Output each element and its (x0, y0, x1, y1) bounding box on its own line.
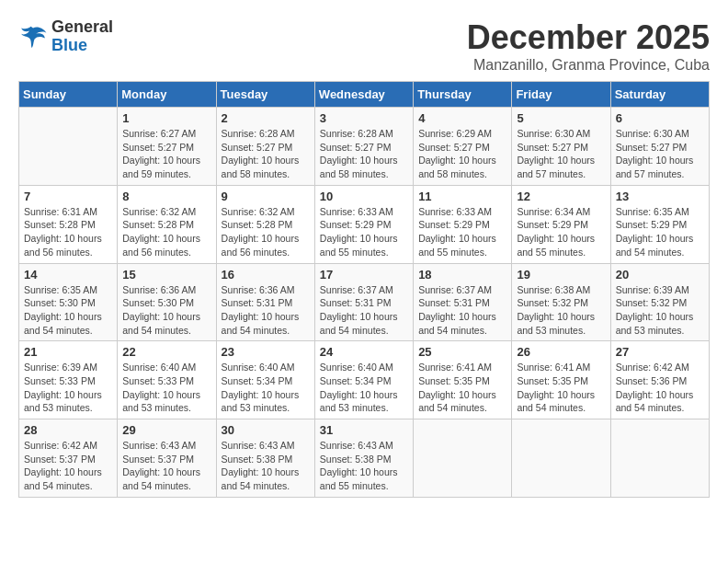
day-number: 2 (222, 111, 310, 125)
column-header-wednesday: Wednesday (314, 82, 413, 108)
calendar-cell: 27Sunrise: 6:42 AM Sunset: 5:36 PM Dayli… (610, 341, 709, 419)
day-info: Sunrise: 6:32 AM Sunset: 5:28 PM Dayligh… (122, 205, 210, 259)
day-number: 29 (122, 423, 210, 437)
day-number: 31 (320, 423, 408, 437)
calendar-cell: 23Sunrise: 6:40 AM Sunset: 5:34 PM Dayli… (216, 341, 314, 419)
day-info: Sunrise: 6:35 AM Sunset: 5:30 PM Dayligh… (24, 283, 112, 338)
day-info: Sunrise: 6:28 AM Sunset: 5:27 PM Dayligh… (320, 127, 408, 181)
column-header-saturday: Saturday (610, 82, 709, 108)
day-number: 10 (320, 190, 408, 203)
column-header-thursday: Thursday (414, 82, 512, 108)
calendar-cell: 14Sunrise: 6:35 AM Sunset: 5:30 PM Dayli… (19, 263, 118, 341)
day-info: Sunrise: 6:30 AM Sunset: 5:27 PM Dayligh… (517, 127, 605, 181)
day-number: 3 (320, 111, 408, 125)
day-number: 7 (24, 190, 112, 203)
day-number: 16 (222, 268, 310, 282)
calendar-cell: 17Sunrise: 6:37 AM Sunset: 5:31 PM Dayli… (314, 263, 413, 341)
day-info: Sunrise: 6:42 AM Sunset: 5:37 PM Dayligh… (24, 439, 112, 493)
column-header-tuesday: Tuesday (216, 82, 314, 108)
day-number: 24 (320, 345, 408, 359)
logo-general: General (51, 17, 113, 36)
day-number: 28 (24, 423, 112, 437)
day-info: Sunrise: 6:43 AM Sunset: 5:38 PM Dayligh… (222, 439, 310, 493)
day-number: 14 (24, 268, 112, 282)
day-info: Sunrise: 6:33 AM Sunset: 5:29 PM Dayligh… (418, 205, 506, 259)
calendar-cell: 21Sunrise: 6:39 AM Sunset: 5:33 PM Dayli… (19, 341, 118, 419)
calendar-header-row: SundayMondayTuesdayWednesdayThursdayFrid… (19, 82, 710, 108)
day-info: Sunrise: 6:41 AM Sunset: 5:35 PM Dayligh… (517, 361, 605, 415)
calendar-cell: 1Sunrise: 6:27 AM Sunset: 5:27 PM Daylig… (118, 108, 216, 186)
day-number: 13 (616, 190, 704, 203)
day-number: 30 (222, 423, 310, 437)
calendar-cell: 22Sunrise: 6:40 AM Sunset: 5:33 PM Dayli… (118, 341, 216, 419)
day-info: Sunrise: 6:39 AM Sunset: 5:33 PM Dayligh… (24, 361, 112, 415)
calendar-table: SundayMondayTuesdayWednesdayThursdayFrid… (18, 81, 710, 498)
day-info: Sunrise: 6:41 AM Sunset: 5:35 PM Dayligh… (418, 361, 506, 415)
calendar-cell: 28Sunrise: 6:42 AM Sunset: 5:37 PM Dayli… (19, 419, 118, 498)
day-number: 18 (418, 268, 506, 282)
day-number: 5 (517, 111, 605, 125)
day-info: Sunrise: 6:37 AM Sunset: 5:31 PM Dayligh… (320, 283, 408, 338)
day-number: 20 (616, 268, 704, 282)
day-number: 8 (122, 190, 210, 203)
day-info: Sunrise: 6:36 AM Sunset: 5:31 PM Dayligh… (222, 283, 310, 338)
calendar-cell: 7Sunrise: 6:31 AM Sunset: 5:28 PM Daylig… (19, 185, 118, 263)
calendar-cell: 15Sunrise: 6:36 AM Sunset: 5:30 PM Dayli… (118, 263, 216, 341)
calendar-cell: 19Sunrise: 6:38 AM Sunset: 5:32 PM Dayli… (512, 263, 610, 341)
column-header-sunday: Sunday (19, 82, 118, 108)
logo-blue-text: Blue (51, 37, 113, 55)
logo-icon (18, 22, 48, 52)
day-info: Sunrise: 6:40 AM Sunset: 5:34 PM Dayligh… (222, 361, 310, 415)
day-number: 17 (320, 268, 408, 282)
calendar-cell: 20Sunrise: 6:39 AM Sunset: 5:32 PM Dayli… (610, 263, 709, 341)
day-info: Sunrise: 6:29 AM Sunset: 5:27 PM Dayligh… (418, 127, 506, 181)
calendar-cell: 13Sunrise: 6:35 AM Sunset: 5:29 PM Dayli… (610, 185, 709, 263)
day-info: Sunrise: 6:35 AM Sunset: 5:29 PM Dayligh… (616, 205, 704, 259)
calendar-cell: 3Sunrise: 6:28 AM Sunset: 5:27 PM Daylig… (314, 108, 413, 186)
day-info: Sunrise: 6:42 AM Sunset: 5:36 PM Dayligh… (616, 361, 704, 415)
day-info: Sunrise: 6:33 AM Sunset: 5:29 PM Dayligh… (320, 205, 408, 259)
day-number: 9 (222, 190, 310, 203)
page-container: General Blue December 2025 Manzanillo, G… (18, 18, 710, 498)
day-number: 11 (418, 190, 506, 203)
calendar-cell (512, 419, 610, 498)
day-info: Sunrise: 6:40 AM Sunset: 5:34 PM Dayligh… (320, 361, 408, 415)
calendar-cell: 30Sunrise: 6:43 AM Sunset: 5:38 PM Dayli… (216, 419, 314, 498)
calendar-week-row: 1Sunrise: 6:27 AM Sunset: 5:27 PM Daylig… (19, 108, 710, 186)
calendar-cell (19, 108, 118, 186)
day-number: 21 (24, 345, 112, 359)
title-block: December 2025 Manzanillo, Granma Provinc… (467, 18, 710, 74)
column-header-friday: Friday (512, 82, 610, 108)
page-header: General Blue December 2025 Manzanillo, G… (18, 18, 710, 74)
logo-text-block: General Blue (51, 18, 113, 55)
day-info: Sunrise: 6:31 AM Sunset: 5:28 PM Dayligh… (24, 205, 112, 259)
day-info: Sunrise: 6:43 AM Sunset: 5:38 PM Dayligh… (320, 439, 408, 493)
day-number: 1 (122, 111, 210, 125)
column-header-monday: Monday (118, 82, 216, 108)
calendar-cell: 10Sunrise: 6:33 AM Sunset: 5:29 PM Dayli… (314, 185, 413, 263)
calendar-cell: 8Sunrise: 6:32 AM Sunset: 5:28 PM Daylig… (118, 185, 216, 263)
calendar-week-row: 14Sunrise: 6:35 AM Sunset: 5:30 PM Dayli… (19, 263, 710, 341)
day-info: Sunrise: 6:37 AM Sunset: 5:31 PM Dayligh… (418, 283, 506, 338)
day-info: Sunrise: 6:34 AM Sunset: 5:29 PM Dayligh… (517, 205, 605, 259)
day-number: 12 (517, 190, 605, 203)
day-number: 27 (616, 345, 704, 359)
calendar-cell: 31Sunrise: 6:43 AM Sunset: 5:38 PM Dayli… (314, 419, 413, 498)
day-number: 23 (222, 345, 310, 359)
page-subtitle: Manzanillo, Granma Province, Cuba (467, 57, 710, 74)
logo: General Blue (18, 18, 113, 55)
day-info: Sunrise: 6:38 AM Sunset: 5:32 PM Dayligh… (517, 283, 605, 338)
calendar-cell: 25Sunrise: 6:41 AM Sunset: 5:35 PM Dayli… (414, 341, 512, 419)
calendar-cell: 9Sunrise: 6:32 AM Sunset: 5:28 PM Daylig… (216, 185, 314, 263)
day-info: Sunrise: 6:40 AM Sunset: 5:33 PM Dayligh… (122, 361, 210, 415)
day-info: Sunrise: 6:39 AM Sunset: 5:32 PM Dayligh… (616, 283, 704, 338)
calendar-cell: 2Sunrise: 6:28 AM Sunset: 5:27 PM Daylig… (216, 108, 314, 186)
day-info: Sunrise: 6:28 AM Sunset: 5:27 PM Dayligh… (222, 127, 310, 181)
day-number: 4 (418, 111, 506, 125)
calendar-cell: 24Sunrise: 6:40 AM Sunset: 5:34 PM Dayli… (314, 341, 413, 419)
day-info: Sunrise: 6:32 AM Sunset: 5:28 PM Dayligh… (222, 205, 310, 259)
day-number: 19 (517, 268, 605, 282)
calendar-week-row: 28Sunrise: 6:42 AM Sunset: 5:37 PM Dayli… (19, 419, 710, 498)
day-number: 22 (122, 345, 210, 359)
calendar-cell: 16Sunrise: 6:36 AM Sunset: 5:31 PM Dayli… (216, 263, 314, 341)
